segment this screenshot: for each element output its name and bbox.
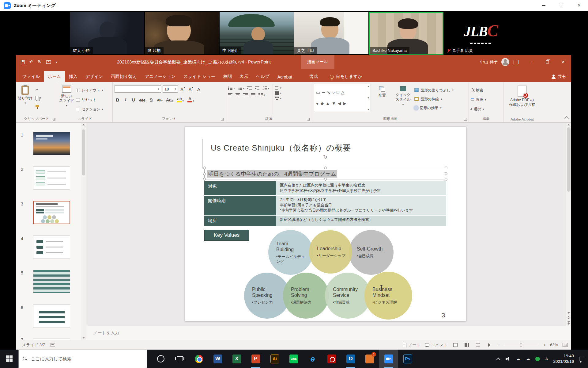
tell-me-box[interactable]: 何をしますか — [330, 74, 362, 82]
ppt-close-button[interactable]: × — [555, 55, 571, 69]
text-direction-button[interactable]: ▾ — [275, 86, 282, 90]
find-button[interactable]: 検索 — [471, 86, 486, 94]
line-spacing-button[interactable]: ▾ — [262, 86, 270, 90]
cut-button[interactable]: ✂ — [35, 86, 43, 93]
taskbar-icon-excel[interactable]: X — [227, 350, 246, 368]
taskbar-icon-chrome[interactable] — [189, 350, 208, 368]
rotate-handle[interactable]: ↻ — [323, 154, 327, 160]
down-arrow-icon[interactable]: ▾ — [368, 96, 369, 99]
zoom-in-button[interactable]: + — [543, 343, 545, 347]
scroll-up-arrow[interactable] — [82, 124, 85, 125]
taskbar-icon-word[interactable]: W — [208, 350, 227, 368]
align-right-button[interactable] — [243, 93, 248, 97]
tab-insert[interactable]: 挿入 — [65, 71, 81, 82]
notes-toggle-button[interactable]: ノート — [403, 342, 420, 348]
fit-to-window-button[interactable] — [563, 343, 567, 347]
increase-indent-button[interactable] — [255, 86, 260, 90]
share-button[interactable]: 共有 — [551, 74, 566, 79]
copy-button[interactable]: ▾ — [35, 95, 43, 101]
font-name-combo[interactable]: ▾ — [115, 85, 161, 93]
change-case-button[interactable]: Aa▾ — [165, 96, 174, 103]
taskbar-icon-task-view[interactable] — [170, 350, 189, 368]
taskbar-icon-zoom-active[interactable] — [379, 350, 398, 368]
bold-button[interactable]: B — [115, 96, 121, 103]
slide-subtitle[interactable]: 明日をつくる中学生のための、4週間集中プログラム — [207, 170, 337, 178]
section-button[interactable]: セクション▾ — [76, 105, 103, 113]
arrange-button[interactable]: 配置 — [373, 84, 392, 113]
clear-formatting-button[interactable]: A — [196, 85, 202, 93]
undo-button[interactable]: ↶ — [29, 59, 33, 65]
selection-handle[interactable] — [324, 167, 327, 169]
tab-view[interactable]: 表示 — [236, 71, 252, 82]
taskbar-icon-outlook[interactable]: O — [341, 350, 360, 368]
slide-sorter-view-button[interactable] — [463, 342, 470, 348]
key-values-box[interactable]: Key Values — [204, 230, 249, 241]
reading-view-button[interactable] — [475, 342, 481, 348]
selection-handle[interactable] — [203, 172, 206, 175]
notes-placeholder[interactable]: ノートを入力 — [93, 330, 119, 336]
justify-button[interactable] — [251, 93, 256, 97]
zoom-out-button[interactable]: − — [497, 343, 500, 347]
tab-design[interactable]: デザイン — [81, 71, 107, 82]
slide-thumbnail-3-selected[interactable] — [33, 201, 70, 224]
hidden-icons-chevron[interactable] — [496, 358, 500, 362]
shrink-font-button[interactable]: A▾ — [188, 85, 194, 93]
normal-view-button[interactable] — [452, 342, 459, 348]
value-circle-team-building[interactable]: Team Building •チームビルディング — [268, 230, 313, 275]
bullets-button[interactable]: ▾ — [228, 86, 235, 90]
selection-handle[interactable] — [203, 167, 206, 169]
scrollbar-thumb[interactable] — [567, 127, 571, 192]
underline-button[interactable]: U — [130, 96, 137, 103]
taskbar-icon-acrobat[interactable] — [322, 350, 341, 368]
slide-area-scrollbar[interactable] — [566, 123, 571, 326]
ppt-minimize-button[interactable] — [523, 55, 539, 69]
action-center-icon[interactable] — [579, 357, 584, 361]
tab-home[interactable]: ホーム — [44, 71, 65, 82]
slide-thumbnail-4[interactable] — [33, 236, 70, 259]
align-text-button[interactable]: ▾ — [275, 91, 282, 95]
paste-button[interactable]: 貼り付け ▾ — [18, 84, 33, 114]
layout-button[interactable]: レイアウト▾ — [76, 86, 103, 94]
taskbar-clock[interactable]: 19:49 2021/03/16 — [553, 353, 574, 364]
start-presentation-icon[interactable] — [46, 60, 51, 64]
ppt-restore-button[interactable] — [539, 55, 555, 69]
numbering-button[interactable]: ▾ — [238, 86, 245, 90]
tab-animations[interactable]: アニメーション — [141, 71, 179, 82]
selection-handle[interactable] — [445, 172, 447, 175]
collapse-ribbon-button[interactable] — [564, 116, 569, 121]
tab-slideshow[interactable]: スライド ショー — [179, 71, 219, 82]
video-tile-5-active-speaker[interactable]: Sachiko Nakayama — [369, 12, 443, 55]
display-settings-icon[interactable] — [51, 343, 55, 347]
value-circle-problem-solving[interactable]: Problem Solving •課題解決力 — [283, 273, 329, 319]
save-icon[interactable] — [21, 60, 25, 64]
decrease-indent-button[interactable] — [247, 86, 252, 90]
value-circle-community-service[interactable]: Community Service •地域貢献 — [325, 273, 371, 319]
taskbar-icon-mail[interactable]: 1 — [360, 350, 379, 368]
shape-outline-button[interactable]: 図形の枠線▾ — [414, 95, 454, 103]
slide-canvas[interactable]: Us Create Shinjuku（仮名称）の概要 明日をつくる中学生のための… — [185, 127, 466, 321]
speaker-icon[interactable] — [506, 357, 511, 361]
scroll-down-arrow[interactable] — [567, 312, 570, 314]
ribbon-display-options-icon[interactable] — [514, 60, 518, 64]
slide-title[interactable]: Us Create Shinjuku（仮名称）の概要 — [211, 143, 351, 153]
paragraph-dialog-launcher[interactable] — [307, 118, 310, 121]
taskbar-search-box[interactable] — [18, 350, 147, 368]
taskbar-icon-photoshop[interactable]: Ps — [398, 350, 417, 368]
tab-acrobat[interactable]: Acrobat — [273, 72, 296, 82]
font-size-combo[interactable]: 18▾ — [163, 85, 178, 93]
zoom-slider[interactable] — [504, 345, 538, 345]
slideshow-view-button[interactable] — [486, 342, 493, 348]
scroll-down-arrow[interactable] — [82, 337, 85, 339]
video-tile-6[interactable]: JLBC 見手倉 広貴 — [443, 12, 518, 55]
new-slide-button[interactable]: 新しい スライド ▾ — [59, 84, 74, 114]
zoom-level[interactable]: 63% — [550, 343, 558, 347]
font-color-button[interactable]: A▾ — [187, 96, 195, 103]
notes-pane[interactable]: ノートを入力 — [86, 326, 571, 340]
signed-in-user[interactable]: 中山 祥子 — [480, 59, 498, 65]
slide-thumbnail-2[interactable] — [33, 166, 70, 190]
quick-styles-button[interactable]: クイック スタイル ▾ — [394, 84, 413, 113]
shape-fill-button[interactable]: 図形の塗りつぶし▾ — [414, 86, 454, 94]
align-left-button[interactable] — [228, 93, 233, 97]
video-tile-1[interactable]: 雄太 小勝 — [70, 12, 145, 55]
taskbar-search-input[interactable] — [31, 356, 142, 361]
